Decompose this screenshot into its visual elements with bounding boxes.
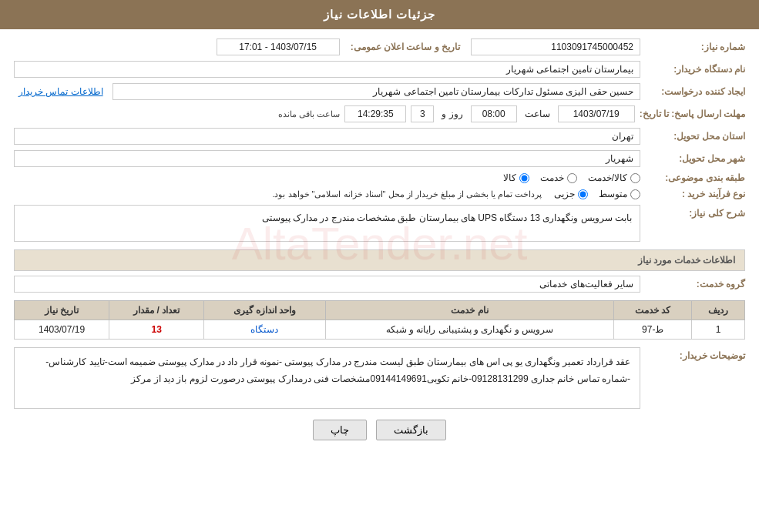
creator-row: ایجاد کننده درخواست: حسین حقی الیزی مسئو… [14, 83, 745, 100]
cell-qty: 13 [109, 320, 204, 340]
category-label: طبقه بندی موضوعی: [645, 172, 745, 183]
buyer-notes-text: عقد قرارداد تعمیر ونگهداری یو پی اس های … [45, 356, 630, 384]
services-table: ردیف کد خدمت نام خدمت واحد اندازه گیری ت… [14, 300, 745, 340]
process-option-label-motavsat: متوسط [599, 189, 627, 199]
category-radio-kala-khedmat[interactable] [630, 173, 640, 183]
deadline-time-label: ساعت [522, 109, 553, 119]
city-label: شهر محل تحویل: [645, 153, 745, 164]
cell-date: 1403/07/19 [15, 320, 109, 340]
deadline-days: 3 [411, 105, 434, 122]
deadline-row: مهلت ارسال پاسخ: تا تاریخ: 1403/07/19 سا… [14, 105, 745, 122]
col-header-date: تاریخ نیاز [15, 301, 109, 320]
cell-row-num: 1 [692, 320, 745, 340]
col-header-unit: واحد اندازه گیری [204, 301, 326, 320]
need-description-label: شرح کلی نیاز: [645, 205, 745, 219]
deadline-date: 1403/07/19 [558, 105, 635, 122]
need-description-row: شرح کلی نیاز: بابت سرویس ونگهداری 13 دست… [14, 205, 745, 242]
buyer-notes-row: توضیحات خریدار: عقد قرارداد تعمیر ونگهدا… [14, 347, 745, 409]
process-note: پرداخت تمام یا بخشی از مبلغ خریدار از مح… [272, 189, 549, 199]
city-row: شهر محل تحویل: شهریار [14, 150, 745, 167]
need-number-label: شماره نیاز: [645, 42, 745, 52]
province-label: استان محل تحویل: [645, 131, 745, 142]
deadline-remaining: 14:29:35 [344, 105, 406, 122]
print-button[interactable]: چاپ [313, 420, 367, 440]
cell-name: سرویس و نگهداری و پشتیبانی رایانه و شبکه [325, 320, 613, 340]
creator-label: ایجاد کننده درخواست: [645, 86, 745, 97]
category-option-label-kala: کالا [503, 172, 516, 183]
buyer-name-label: نام دستگاه خریدار: [645, 64, 745, 75]
col-header-name: نام خدمت [325, 301, 613, 320]
province-value: تهران [14, 128, 640, 145]
province-row: استان محل تحویل: تهران [14, 128, 745, 145]
process-row: نوع فرآیند خرید : متوسط جزیی پرداخت تمام… [14, 189, 745, 199]
col-header-qty: تعداد / مقدار [109, 301, 204, 320]
services-table-section: ردیف کد خدمت نام خدمت واحد اندازه گیری ت… [14, 300, 745, 340]
process-option-motavsat[interactable]: متوسط [599, 189, 640, 199]
process-radio-group: متوسط جزیی [554, 189, 640, 199]
creator-value: حسین حقی الیزی مسئول تدارکات بیمارستان ت… [113, 83, 640, 100]
category-radio-khedmat[interactable] [567, 173, 577, 183]
buyer-name-value: بیمارستان تامین اجتماعی شهریار [14, 61, 640, 78]
city-value: شهریار [14, 150, 640, 167]
announce-date-label: تاریخ و ساعت اعلان عمومی: [344, 42, 466, 52]
process-option-jozi[interactable]: جزیی [554, 189, 588, 199]
buyer-notes-label: توضیحات خریدار: [645, 347, 745, 361]
category-radio-kala[interactable] [519, 173, 529, 183]
need-description-text: بابت سرویس ونگهداری 13 دستگاه UPS های بی… [262, 212, 632, 223]
process-label: نوع فرآیند خرید : [645, 189, 745, 199]
deadline-time: 08:00 [471, 105, 517, 122]
col-header-code: کد خدمت [614, 301, 692, 320]
category-option-khedmat[interactable]: خدمت [540, 172, 577, 183]
need-number-row: شماره نیاز: 1103091745000452 تاریخ و ساع… [14, 38, 745, 55]
category-option-kala-khedmat[interactable]: کالا/خدمت [588, 172, 640, 183]
deadline-label: مهلت ارسال پاسخ: تا تاریخ: [640, 109, 745, 119]
buyer-notes-box: عقد قرارداد تعمیر ونگهداری یو پی اس های … [14, 347, 640, 409]
need-number-value: 1103091745000452 [471, 38, 640, 55]
process-radio-jozi[interactable] [578, 189, 588, 199]
announce-date-value: 1403/07/15 - 17:01 [217, 38, 340, 55]
back-button[interactable]: بازگشت [376, 420, 446, 440]
button-row: بازگشت چاپ [14, 420, 745, 448]
creator-contact-link[interactable]: اطلاعات تماس خریدار [14, 86, 108, 97]
need-description-box: بابت سرویس ونگهداری 13 دستگاه UPS های بی… [14, 205, 640, 242]
service-group-row: گروه خدمت: سایر فعالیت‌های خدماتی [14, 276, 745, 293]
category-option-label-khedmat: خدمت [540, 172, 564, 183]
category-row: طبقه بندی موضوعی: کالا/خدمت خدمت کالا [14, 172, 745, 183]
service-group-label: گروه خدمت: [645, 279, 745, 289]
cell-code: ط-97 [614, 320, 692, 340]
category-radio-group: کالا/خدمت خدمت کالا [503, 172, 640, 183]
table-row: 1 ط-97 سرویس و نگهداری و پشتیبانی رایانه… [15, 320, 745, 340]
process-option-label-jozi: جزیی [554, 189, 575, 199]
process-radio-motavsat[interactable] [630, 189, 640, 199]
col-header-row: ردیف [692, 301, 745, 320]
page-title: جزئیات اطلاعات نیاز [324, 8, 435, 21]
buyer-name-row: نام دستگاه خریدار: بیمارستان تامین اجتما… [14, 61, 745, 78]
service-group-value: سایر فعالیت‌های خدماتی [14, 276, 640, 293]
cell-unit: دستگاه [204, 320, 326, 340]
page-header: جزئیات اطلاعات نیاز [0, 0, 759, 29]
category-option-label-kala-khedmat: کالا/خدمت [588, 172, 627, 183]
services-section-header: اطلاعات خدمات مورد نیاز [14, 249, 745, 271]
deadline-days-label: روز و [438, 109, 465, 119]
category-option-kala[interactable]: کالا [503, 172, 529, 183]
deadline-remaining-label: ساعت باقی مانده [278, 109, 340, 119]
